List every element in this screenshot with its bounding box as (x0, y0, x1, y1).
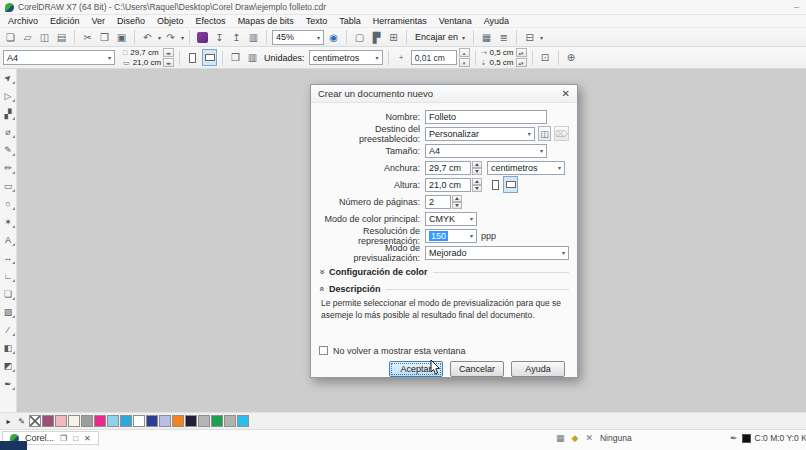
menu-mapas-de-bits[interactable]: Mapas de bits (232, 16, 300, 26)
export-icon[interactable]: ↥ (229, 30, 244, 45)
zoom-level-combo[interactable]: 45% ▾ (272, 30, 324, 45)
application-launcher-icon[interactable] (195, 30, 210, 45)
menu-edicion[interactable]: Edición (44, 16, 86, 26)
cut-icon[interactable]: ✂ (80, 30, 95, 45)
height-input[interactable]: 21,0 cm (425, 178, 471, 192)
options-icon[interactable]: ⊟ (522, 30, 537, 45)
color-swatch[interactable] (120, 415, 132, 427)
keyboard-icon[interactable]: ▦ (556, 433, 565, 443)
width-spinner[interactable] (472, 161, 482, 175)
minimize-icon[interactable]: – (794, 2, 801, 12)
colormode-select[interactable]: CMYK ▾ (425, 212, 477, 226)
no-color-swatch[interactable] (29, 415, 41, 427)
height-stepper[interactable]: ◂▸ (163, 58, 174, 67)
outline-pen-tool[interactable]: ✒ (2, 377, 15, 390)
landscape-button[interactable] (202, 49, 217, 66)
outline-color-swatch[interactable] (742, 434, 751, 443)
options-dropdown-icon[interactable]: ▾ (540, 34, 543, 41)
import-icon[interactable]: ↧ (212, 30, 227, 45)
duplicate-y-value[interactable]: 0,5 cm (490, 58, 514, 67)
color-swatch[interactable] (107, 415, 119, 427)
text-tool[interactable]: A (2, 233, 15, 246)
height-spinner[interactable] (472, 178, 482, 192)
dialog-titlebar[interactable]: Crear un documento nuevo ✕ (311, 85, 577, 103)
color-swatch[interactable] (237, 415, 249, 427)
color-swatch[interactable] (185, 415, 197, 427)
nudge-input[interactable]: 0,01 cm (411, 50, 457, 65)
width-units-select[interactable]: centimetros ▾ (487, 161, 565, 175)
outline-pen-icon[interactable]: ✒ (730, 433, 738, 443)
color-swatch[interactable] (94, 415, 106, 427)
paste-icon[interactable]: ▣ (114, 30, 129, 45)
shape-tool[interactable]: ▷ (2, 89, 15, 102)
menu-ventana[interactable]: Ventana (433, 16, 478, 26)
landscape-button[interactable] (503, 176, 518, 193)
fill-color-icon[interactable]: ◆ (572, 433, 579, 443)
units-combo[interactable]: centimetros ▾ (309, 50, 383, 65)
welcome-screen-icon[interactable]: ▦ (479, 30, 494, 45)
page-height-value[interactable]: 21,0 cm (133, 58, 161, 67)
color-swatch[interactable] (224, 415, 236, 427)
publish-pdf-icon[interactable]: ▥ (246, 30, 261, 45)
drop-shadow-tool[interactable]: ❏ (2, 287, 15, 300)
preview-mode-select[interactable]: Mejorado ▾ (425, 246, 569, 260)
eyedropper-tool[interactable]: ∕ (2, 323, 15, 336)
menu-texto[interactable]: Texto (300, 16, 334, 26)
menu-diseno[interactable]: Diseño (111, 16, 151, 26)
zoom-tool[interactable]: ⌀ (2, 125, 15, 138)
layout-icon[interactable]: ≣ (496, 30, 511, 45)
add-property-icon[interactable]: ⊕ (564, 50, 579, 65)
name-input[interactable] (425, 110, 547, 124)
copy-icon[interactable]: ❐ (97, 30, 112, 45)
transparency-tool[interactable]: ▨ (2, 305, 15, 318)
close-icon[interactable]: ✕ (84, 434, 91, 443)
dont-show-again-checkbox[interactable] (319, 346, 328, 355)
menu-objeto[interactable]: Objeto (151, 16, 190, 26)
dimension-tool[interactable]: ↔ (2, 251, 15, 264)
cancel-button[interactable]: Cancelar (450, 361, 504, 377)
restore-icon[interactable]: ❐ (60, 434, 67, 443)
smart-fill-tool[interactable]: ◩ (2, 359, 15, 372)
color-swatch[interactable] (198, 415, 210, 427)
menu-tabla[interactable]: Tabla (333, 16, 367, 26)
snap-to-combo[interactable]: Encajar en ▾ (412, 32, 468, 42)
description-section-header[interactable]: « Descripción (319, 284, 569, 294)
width-input[interactable]: 29,7 cm (425, 161, 471, 175)
portrait-button[interactable] (185, 49, 200, 66)
page-width-value[interactable]: 29,7 cm (130, 48, 158, 57)
color-swatch[interactable] (133, 415, 145, 427)
portrait-button[interactable] (488, 176, 503, 193)
show-page-border-icon[interactable]: ▢ (352, 30, 367, 45)
duplicate-x-value[interactable]: 0,5 cm (490, 48, 514, 57)
new-document-icon[interactable]: ❏ (3, 30, 18, 45)
page-size-combo[interactable]: A4 ▾ (3, 50, 115, 65)
color-swatch[interactable] (146, 415, 158, 427)
connector-tool[interactable]: ∟ (2, 269, 15, 282)
print-icon[interactable]: ▤ (54, 30, 69, 45)
undo-icon[interactable]: ↶ (140, 30, 155, 45)
no-fill-icon[interactable]: ✕ (585, 433, 593, 443)
help-button[interactable]: Ayuda (511, 361, 565, 377)
save-icon[interactable]: ◫ (37, 30, 52, 45)
close-icon[interactable]: ✕ (562, 88, 570, 99)
interactive-fill-tool[interactable]: ◧ (2, 341, 15, 354)
color-swatch[interactable] (81, 415, 93, 427)
rectangle-tool[interactable]: ▭ (2, 179, 15, 192)
treat-as-filled-icon[interactable]: ⊡ (538, 50, 553, 65)
artistic-media-tool[interactable]: ✏ (2, 161, 15, 174)
color-swatch[interactable] (211, 415, 223, 427)
polygon-tool[interactable]: ✶ (2, 215, 15, 228)
delete-preset-button[interactable]: ⌦ (554, 126, 569, 141)
width-stepper[interactable]: ◂▸ (163, 48, 174, 57)
crop-tool[interactable]: ▞ (2, 107, 15, 120)
save-preset-button[interactable]: ◫ (538, 126, 552, 141)
redo-icon[interactable]: ↷ (163, 30, 178, 45)
color-swatch[interactable] (172, 415, 184, 427)
resolution-combo[interactable]: 150 ▾ (425, 229, 477, 243)
size-select[interactable]: A4 ▾ (425, 144, 547, 158)
menu-ayuda[interactable]: Ayuda (478, 16, 515, 26)
maximize-icon[interactable]: □ (73, 434, 78, 443)
current-page-icon[interactable]: ▥ (245, 50, 260, 65)
pages-spinner[interactable] (452, 195, 462, 209)
show-grid-icon[interactable]: ⊞ (386, 30, 401, 45)
